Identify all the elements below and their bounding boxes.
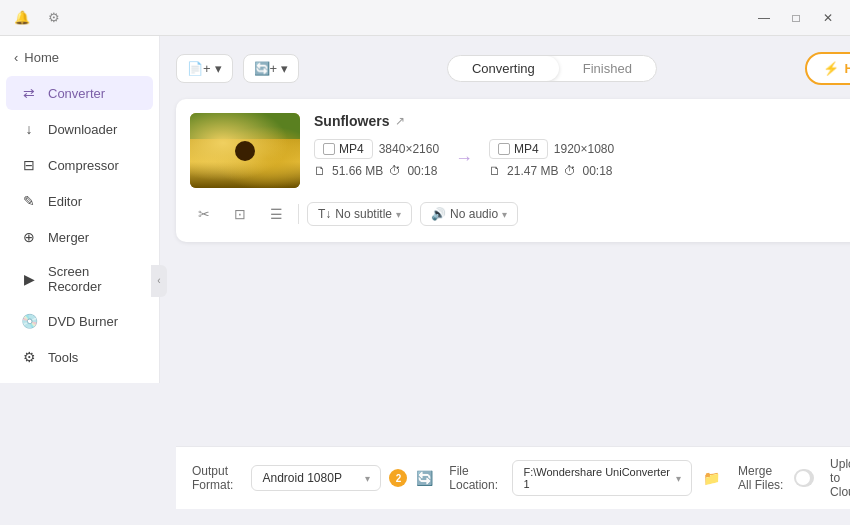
output-format-select[interactable]: Android 1080P ▾ bbox=[251, 465, 381, 491]
target-format-text: MP4 bbox=[514, 142, 539, 156]
content-spacer bbox=[176, 242, 850, 446]
sidebar-item-screen-recorder[interactable]: ▶ Screen Recorder bbox=[6, 256, 153, 302]
file-icon: 🗋 bbox=[314, 164, 326, 178]
target-size: 21.47 MB bbox=[507, 164, 558, 178]
sidebar-dvd-burner-label: DVD Burner bbox=[48, 314, 118, 329]
subtitle-label: No subtitle bbox=[335, 207, 392, 221]
sidebar-downloader-label: Downloader bbox=[48, 122, 117, 137]
convert-arrow-icon: → bbox=[455, 148, 473, 169]
merger-icon: ⊕ bbox=[20, 228, 38, 246]
output-format-icon-button[interactable]: 🔄 bbox=[415, 464, 433, 492]
tools-icon: ⚙ bbox=[20, 348, 38, 366]
crop-tool-button[interactable]: ⊡ bbox=[226, 200, 254, 228]
close-button[interactable]: ✕ bbox=[814, 7, 842, 29]
sidebar-item-editor[interactable]: ✎ Editor bbox=[6, 184, 153, 218]
output-format-badge: 2 bbox=[389, 469, 407, 487]
audio-dropdown[interactable]: 🔊 No audio ▾ bbox=[420, 202, 518, 226]
target-resolution: 1920×1080 bbox=[554, 142, 614, 156]
tools-separator bbox=[298, 204, 299, 224]
cut-tool-button[interactable]: ✂ bbox=[190, 200, 218, 228]
upload-label: Upload to Cloud bbox=[830, 457, 850, 499]
audio-chevron-icon: ▾ bbox=[502, 209, 507, 220]
file-location-folder-button[interactable]: 📁 bbox=[700, 464, 722, 492]
file-location-chevron-icon: ▾ bbox=[676, 473, 681, 484]
sidebar-item-downloader[interactable]: ↓ Downloader bbox=[6, 112, 153, 146]
source-format-badge: MP4 bbox=[314, 139, 373, 159]
app-body: ‹ Home ⇄ Converter ↓ Downloader ⊟ Compre… bbox=[0, 36, 850, 525]
output-format-chevron-icon: ▾ bbox=[365, 473, 370, 484]
target-check-icon bbox=[498, 143, 510, 155]
target-format-item: MP4 1920×1080 bbox=[489, 139, 614, 159]
main-content: 📄+ ▾ 🔄+ ▾ Converting Finished ⚡ High Spe… bbox=[160, 36, 850, 525]
add-folder-chevron-icon: ▾ bbox=[281, 61, 288, 76]
high-speed-button[interactable]: ⚡ High Speed Conversion bbox=[805, 52, 850, 85]
maximize-button[interactable]: □ bbox=[782, 7, 810, 29]
file-location-value: F:\Wondershare UniConverter 1 bbox=[523, 466, 672, 490]
subtitle-dropdown[interactable]: T↓ No subtitle ▾ bbox=[307, 202, 412, 226]
file-info: Sunflowers ↗ MP4 3840×2160 bbox=[314, 113, 850, 178]
sidebar-collapse-button[interactable]: ‹ bbox=[151, 265, 167, 297]
merge-toggle[interactable] bbox=[794, 469, 814, 487]
source-clock-icon: ⏱ bbox=[389, 164, 401, 178]
subtitle-chevron-icon: ▾ bbox=[396, 209, 401, 220]
add-chevron-icon: ▾ bbox=[215, 61, 222, 76]
sidebar-item-converter[interactable]: ⇄ Converter bbox=[6, 76, 153, 110]
add-folder-button[interactable]: 🔄+ ▾ bbox=[243, 54, 300, 83]
target-format-badge: MP4 bbox=[489, 139, 548, 159]
file-name: Sunflowers bbox=[314, 113, 389, 129]
target-size-item: 🗋 21.47 MB ⏱ 00:18 bbox=[489, 164, 614, 178]
audio-label: No audio bbox=[450, 207, 498, 221]
file-card: Sunflowers ↗ MP4 3840×2160 bbox=[176, 99, 850, 242]
source-size: 51.66 MB bbox=[332, 164, 383, 178]
format-row: MP4 3840×2160 🗋 51.66 MB ⏱ 00:18 bbox=[314, 139, 850, 178]
target-clock-icon: ⏱ bbox=[564, 164, 576, 178]
sidebar-item-compressor[interactable]: ⊟ Compressor bbox=[6, 148, 153, 182]
source-format-item: MP4 3840×2160 bbox=[314, 139, 439, 159]
file-location-select[interactable]: F:\Wondershare UniConverter 1 ▾ bbox=[512, 460, 692, 496]
external-link-icon[interactable]: ↗ bbox=[395, 114, 405, 128]
add-file-button[interactable]: 📄+ ▾ bbox=[176, 54, 233, 83]
target-file-icon: 🗋 bbox=[489, 164, 501, 178]
title-bar-icons: 🔔 ⚙ bbox=[8, 7, 68, 29]
sidebar-wrapper: ‹ Home ⇄ Converter ↓ Downloader ⊟ Compre… bbox=[0, 36, 160, 525]
sidebar-converter-label: Converter bbox=[48, 86, 105, 101]
high-speed-label: High Speed Conversion bbox=[845, 61, 850, 76]
sidebar-item-tools[interactable]: ⚙ Tools bbox=[6, 340, 153, 374]
sidebar-home-label: Home bbox=[24, 50, 59, 65]
editor-icon: ✎ bbox=[20, 192, 38, 210]
source-format-text: MP4 bbox=[339, 142, 364, 156]
lightning-icon: ⚡ bbox=[823, 61, 839, 76]
add-folder-icon: 🔄+ bbox=[254, 61, 278, 76]
file-thumbnail bbox=[190, 113, 300, 188]
back-arrow-icon: ‹ bbox=[14, 50, 18, 65]
file-name-row: Sunflowers ↗ bbox=[314, 113, 850, 129]
effects-tool-button[interactable]: ☰ bbox=[262, 200, 290, 228]
sidebar: ‹ Home ⇄ Converter ↓ Downloader ⊟ Compre… bbox=[0, 36, 160, 383]
tab-converting[interactable]: Converting bbox=[448, 56, 559, 81]
sidebar-back-button[interactable]: ‹ Home bbox=[0, 44, 159, 71]
sidebar-item-dvd-burner[interactable]: 💿 DVD Burner bbox=[6, 304, 153, 338]
sidebar-tools-label: Tools bbox=[48, 350, 78, 365]
output-format-value: Android 1080P bbox=[262, 471, 341, 485]
sidebar-merger-label: Merger bbox=[48, 230, 89, 245]
source-size-item: 🗋 51.66 MB ⏱ 00:18 bbox=[314, 164, 439, 178]
thumbnail-detail bbox=[235, 141, 255, 161]
bottom-bar: Output Format: Android 1080P ▾ 2 🔄 File … bbox=[176, 446, 850, 509]
file-card-top: Sunflowers ↗ MP4 3840×2160 bbox=[190, 113, 850, 188]
notification-icon: 🔔 bbox=[8, 7, 36, 29]
sidebar-screen-recorder-label: Screen Recorder bbox=[48, 264, 139, 294]
tab-group: Converting Finished bbox=[447, 55, 657, 82]
target-duration: 00:18 bbox=[582, 164, 612, 178]
file-location-field: File Location: F:\Wondershare UniConvert… bbox=[449, 460, 722, 496]
file-location-label: File Location: bbox=[449, 464, 504, 492]
output-format-label: Output Format: bbox=[192, 464, 243, 492]
sidebar-editor-label: Editor bbox=[48, 194, 82, 209]
minimize-button[interactable]: — bbox=[750, 7, 778, 29]
downloader-icon: ↓ bbox=[20, 120, 38, 138]
add-file-icon: 📄+ bbox=[187, 61, 211, 76]
sidebar-item-merger[interactable]: ⊕ Merger bbox=[6, 220, 153, 254]
upload-field: Upload to Cloud ☁ bbox=[830, 457, 850, 499]
merge-label: Merge All Files: bbox=[738, 464, 786, 492]
dvd-burner-icon: 💿 bbox=[20, 312, 38, 330]
tab-finished[interactable]: Finished bbox=[559, 56, 656, 81]
